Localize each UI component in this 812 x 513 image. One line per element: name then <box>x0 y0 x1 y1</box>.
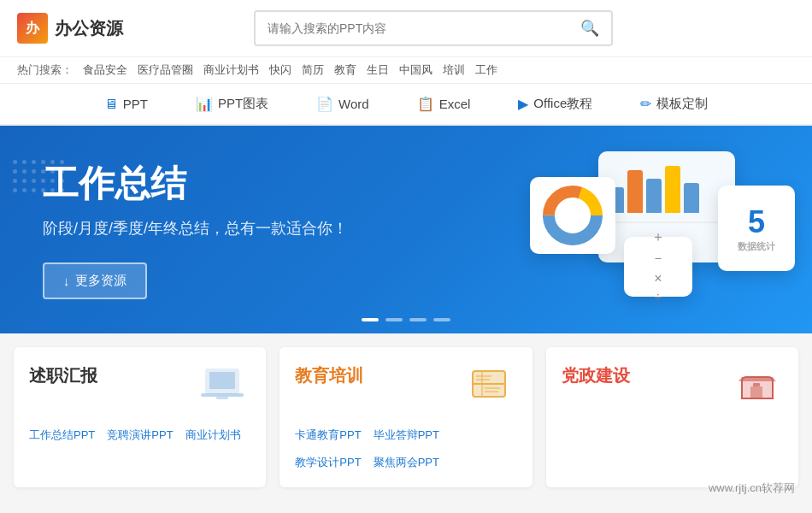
nav-label-office-tutorial: Office教程 <box>533 96 592 112</box>
cat-title-party: 党政建设 <box>562 364 630 387</box>
hot-tag-7[interactable]: 生日 <box>367 62 389 78</box>
search-input[interactable] <box>256 15 568 42</box>
cat-link-job-report-1[interactable]: 工作总结PPT <box>29 428 95 443</box>
category-card-job-report: 述职汇报 工作总结PPT 竞聘演讲PPT 商业计划书 <box>14 347 266 487</box>
ppt-chart-icon: 📊 <box>196 96 213 112</box>
cat-title-job-report: 述职汇报 <box>29 364 97 387</box>
search-bar: 🔍 <box>254 10 613 46</box>
cat-link-edu-2[interactable]: 毕业答辩PPT <box>374 428 439 443</box>
nav-label-ppt: PPT <box>123 97 148 111</box>
nav-item-template[interactable]: ✏ 模板定制 <box>633 92 715 115</box>
hot-tag-1[interactable]: 食品安全 <box>83 62 127 78</box>
cat-links-job-report: 工作总结PPT 竞聘演讲PPT 商业计划书 <box>29 428 250 443</box>
banner-more-button[interactable]: ↓ 更多资源 <box>43 262 147 299</box>
svg-rect-15 <box>750 386 762 398</box>
hot-tag-3[interactable]: 商业计划书 <box>203 62 259 78</box>
svg-rect-16 <box>753 383 760 386</box>
nav-label-template: 模板定制 <box>656 96 708 112</box>
hot-tag-10[interactable]: 工作 <box>475 62 497 78</box>
nav-label-excel: Excel <box>439 97 471 111</box>
svg-rect-7 <box>216 397 228 399</box>
watermark: www.rjtj.cn软荐网 <box>709 481 795 496</box>
template-icon: ✏ <box>640 96 651 112</box>
banner-content: 工作总结 阶段/月度/季度/年终总结，总有一款适合你！ ↓ 更多资源 <box>43 160 769 299</box>
ppt-icon: 🖥 <box>104 97 118 112</box>
word-icon: 📄 <box>316 96 333 112</box>
nav-item-excel[interactable]: 📋 Excel <box>410 92 478 115</box>
nav-bar: 🖥 PPT 📊 PPT图表 📄 Word 📋 Excel ▶ Office教程 … <box>0 84 812 126</box>
cat-header-education: 教育培训 <box>295 364 516 416</box>
dot-3[interactable] <box>409 318 427 321</box>
excel-icon: 📋 <box>417 96 434 112</box>
dot-1[interactable] <box>362 318 379 321</box>
category-card-education: 教育培训 卡通教育PPT 毕业答辩PPT 教学设计PPT 聚焦两会PPT <box>279 347 532 487</box>
banner-dots <box>362 318 450 321</box>
nav-item-ppt[interactable]: 🖥 PPT <box>97 93 155 115</box>
hot-tag-4[interactable]: 快闪 <box>269 62 291 78</box>
cat-icon-party <box>732 364 783 416</box>
office-tutorial-icon: ▶ <box>518 96 528 112</box>
hot-tag-8[interactable]: 中国风 <box>399 62 432 78</box>
nav-item-office-tutorial[interactable]: ▶ Office教程 <box>511 92 599 115</box>
search-button[interactable]: 🔍 <box>568 12 611 44</box>
nav-label-ppt-chart: PPT图表 <box>218 96 268 112</box>
cat-title-education: 教育培训 <box>295 364 363 387</box>
svg-rect-10 <box>481 371 483 397</box>
banner: 工作总结 阶段/月度/季度/年终总结，总有一款适合你！ ↓ 更多资源 <box>0 126 812 333</box>
logo-text: 办公资源 <box>55 17 123 40</box>
hot-tag-2[interactable]: 医疗品管圈 <box>138 62 193 78</box>
cat-link-edu-3[interactable]: 教学设计PPT <box>295 455 361 470</box>
dot-2[interactable] <box>385 318 403 321</box>
banner-button-label: 更多资源 <box>75 273 127 289</box>
dot-4[interactable] <box>433 318 450 321</box>
banner-title: 工作总结 <box>43 160 769 208</box>
cat-link-job-report-2[interactable]: 竞聘演讲PPT <box>107 428 173 443</box>
cat-link-edu-4[interactable]: 聚焦两会PPT <box>374 455 439 470</box>
cat-link-job-report-3[interactable]: 商业计划书 <box>185 428 241 443</box>
download-icon: ↓ <box>63 274 70 288</box>
cat-header-party: 党政建设 <box>562 364 783 416</box>
nav-item-word[interactable]: 📄 Word <box>309 92 376 115</box>
hot-tag-6[interactable]: 教育 <box>334 62 356 78</box>
nav-label-word: Word <box>338 97 369 111</box>
hot-search-bar: 热门搜索： 食品安全 医疗品管圈 商业计划书 快闪 简历 教育 生日 中国风 培… <box>0 57 812 84</box>
svg-rect-5 <box>209 372 235 389</box>
hot-tag-9[interactable]: 培训 <box>443 62 465 78</box>
logo-icon: 办 <box>17 13 48 44</box>
hot-tag-5[interactable]: 简历 <box>302 62 324 78</box>
hot-search-label: 热门搜索： <box>17 62 73 78</box>
categories-section: 述职汇报 工作总结PPT 竞聘演讲PPT 商业计划书 教育培训 <box>0 333 812 501</box>
header: 办 办公资源 🔍 <box>0 0 812 57</box>
cat-links-education: 卡通教育PPT 毕业答辩PPT 教学设计PPT 聚焦两会PPT <box>295 428 516 470</box>
cat-header-job-report: 述职汇报 <box>29 364 250 416</box>
banner-subtitle: 阶段/月度/季度/年终总结，总有一款适合你！ <box>43 218 769 239</box>
category-card-party: 党政建设 <box>546 347 798 487</box>
logo: 办 办公资源 <box>17 13 123 44</box>
svg-rect-6 <box>201 393 244 397</box>
logo-icon-text: 办 <box>26 20 39 38</box>
nav-item-ppt-chart[interactable]: 📊 PPT图表 <box>189 92 275 115</box>
cat-link-edu-1[interactable]: 卡通教育PPT <box>295 428 361 443</box>
cat-icon-job-report <box>199 364 250 416</box>
cat-icon-education <box>466 364 517 416</box>
